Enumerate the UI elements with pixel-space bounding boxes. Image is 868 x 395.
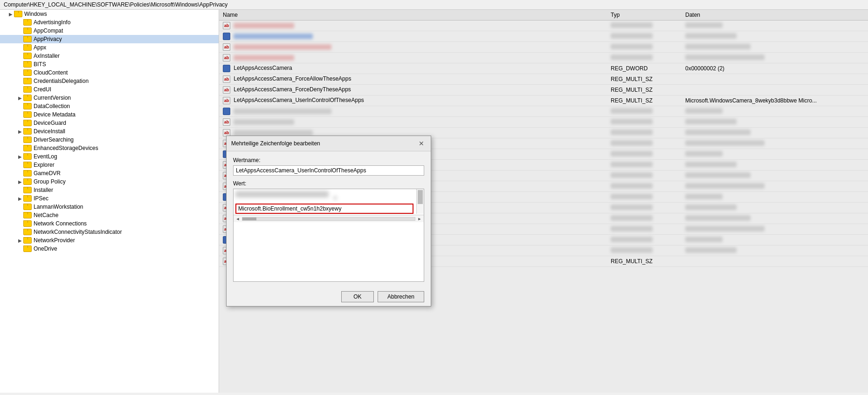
tree-item[interactable]: BITS: [0, 60, 219, 68]
folder-icon: [23, 204, 32, 210]
folder-icon: [23, 245, 32, 252]
tree-item-label: BITS: [34, 61, 46, 68]
folder-icon: [23, 187, 32, 193]
tree-arrow[interactable]: ▶: [7, 12, 14, 17]
tree-item[interactable]: NetCache: [0, 211, 219, 219]
tree-item[interactable]: AppPrivacy: [0, 35, 219, 43]
folder-icon: [23, 237, 32, 244]
tree-arrow[interactable]: ▶: [17, 129, 23, 134]
tree-item-label: DataCollection: [34, 103, 70, 109]
modal-overlay: Mehrteilige Zeichenfolge bearbeiten ✕ We…: [219, 10, 868, 393]
tree-item-label: AppCompat: [34, 27, 63, 34]
tree-item[interactable]: DriverSearching: [0, 136, 219, 144]
tree-item[interactable]: NetworkConnectivityStatusIndicator: [0, 228, 219, 236]
folder-icon: [23, 128, 32, 135]
tree-item-label: OneDrive: [34, 245, 57, 252]
main-layout: ▶ Windows AdvertisingInfo AppCompat AppP…: [0, 10, 868, 393]
tree-item-label: DriverSearching: [34, 136, 74, 143]
tree-arrow[interactable]: ▶: [17, 238, 23, 243]
tree-item-label: LanmanWorkstation: [34, 204, 83, 210]
folder-icon: [23, 53, 32, 59]
tree-item[interactable]: ▶ CurrentVersion: [0, 94, 219, 102]
tree-item-label: Device Metadata: [34, 111, 76, 118]
dialog-body: Wertname: Wert: e Microsoft.BioEnrollmen…: [227, 151, 431, 287]
tree-item-label: AppPrivacy: [34, 36, 62, 42]
tree-item-label: EventLog: [34, 153, 57, 160]
tree-item-label: GameDVR: [34, 170, 61, 177]
scroll-track[interactable]: [242, 217, 415, 221]
dialog-close-button[interactable]: ✕: [417, 139, 426, 148]
cancel-button[interactable]: Abbrechen: [378, 291, 424, 302]
tree-item[interactable]: Explorer: [0, 161, 219, 169]
tree-item-label: DeviceGuard: [34, 120, 66, 126]
tree-item-label: Installer: [34, 187, 53, 193]
tree-item-label: Windows: [24, 11, 47, 17]
tree-item-label: Group Policy: [34, 178, 66, 185]
folder-icon: [23, 145, 32, 151]
tree-item[interactable]: CredentialsDelegation: [0, 77, 219, 85]
tree-item-label: CloudContent: [34, 69, 68, 76]
scroll-right-arrow[interactable]: ►: [416, 216, 423, 222]
edit-dialog: Mehrteilige Zeichenfolge bearbeiten ✕ We…: [226, 136, 431, 306]
tree-arrow[interactable]: ▶: [17, 196, 23, 201]
tree-item[interactable]: OneDrive: [0, 245, 219, 253]
wert-selected-value[interactable]: Microsoft.BioEnrollment_cw5n1h2bxyewy: [235, 204, 413, 214]
tree-item[interactable]: ▶ Group Policy: [0, 177, 219, 186]
wert-label: Wert:: [233, 180, 424, 187]
tree-arrow[interactable]: ▶: [17, 154, 23, 159]
folder-icon: [23, 27, 32, 34]
tree-item-label: AdvertisingInfo: [34, 19, 70, 26]
folder-icon: [23, 195, 32, 202]
folder-icon: [23, 153, 32, 160]
tree-item[interactable]: AxInstaller: [0, 52, 219, 60]
folder-icon: [14, 11, 22, 17]
tree-item[interactable]: Device Metadata: [0, 110, 219, 119]
tree-item-label: IPSec: [34, 195, 48, 202]
tree-item[interactable]: ▶ NetworkProvider: [0, 236, 219, 245]
tree-item[interactable]: LanmanWorkstation: [0, 203, 219, 211]
tree-item[interactable]: Appx: [0, 43, 219, 52]
folder-icon: [23, 212, 32, 218]
tree-item[interactable]: GameDVR: [0, 169, 219, 177]
folder-icon: [23, 229, 32, 235]
tree-item[interactable]: ▶ IPSec: [0, 194, 219, 203]
vertical-scrollbar[interactable]: [416, 189, 424, 214]
dialog-title: Mehrteilige Zeichenfolge bearbeiten: [231, 140, 320, 147]
folder-icon: [23, 220, 32, 227]
tree-item[interactable]: DeviceGuard: [0, 119, 219, 127]
folder-icon: [23, 69, 32, 76]
tree-item-label: NetworkConnectivityStatusIndicator: [34, 229, 122, 235]
folder-icon: [23, 61, 32, 68]
tree-item-label: NetCache: [34, 212, 58, 218]
scroll-left-arrow[interactable]: ◄: [234, 216, 241, 222]
folder-icon: [23, 44, 32, 51]
tree-item[interactable]: ▶ EventLog: [0, 152, 219, 161]
tree-item[interactable]: CloudContent: [0, 68, 219, 77]
tree-item[interactable]: AdvertisingInfo: [0, 18, 219, 27]
tree-arrow[interactable]: ▶: [17, 95, 23, 101]
horizontal-scroll[interactable]: ◄ ►: [234, 215, 424, 222]
tree-arrow[interactable]: ▶: [17, 179, 23, 184]
folder-icon: [23, 162, 32, 168]
tree-item[interactable]: Network Connections: [0, 219, 219, 228]
tree-item-label: CurrentVersion: [34, 95, 71, 101]
ok-button[interactable]: OK: [341, 291, 374, 302]
tree-item[interactable]: CredUI: [0, 85, 219, 94]
tree-item-label: Appx: [34, 44, 46, 51]
tree-item[interactable]: EnhancedStorageDevices: [0, 144, 219, 152]
folder-icon: [23, 120, 32, 126]
wert-textarea-container[interactable]: e Microsoft.BioEnrollment_cw5n1h2bxyewy …: [233, 189, 424, 282]
tree-item[interactable]: DataCollection: [0, 102, 219, 110]
tree-item[interactable]: ▶ Windows: [0, 10, 219, 18]
tree-item-label: AxInstaller: [34, 53, 60, 59]
breadcrumb-text: Computer\HKEY_LOCAL_MACHINE\SOFTWARE\Pol…: [4, 1, 227, 8]
folder-icon: [23, 178, 32, 185]
wertname-input[interactable]: [233, 165, 424, 176]
folder-icon: [23, 103, 32, 109]
tree-item[interactable]: AppCompat: [0, 27, 219, 35]
tree-item[interactable]: Installer: [0, 186, 219, 194]
tree-item[interactable]: ▶ DeviceInstall: [0, 127, 219, 136]
folder-icon: [23, 19, 32, 26]
right-panel[interactable]: Name Typ Daten: [219, 10, 868, 393]
tree-panel[interactable]: ▶ Windows AdvertisingInfo AppCompat AppP…: [0, 10, 219, 393]
